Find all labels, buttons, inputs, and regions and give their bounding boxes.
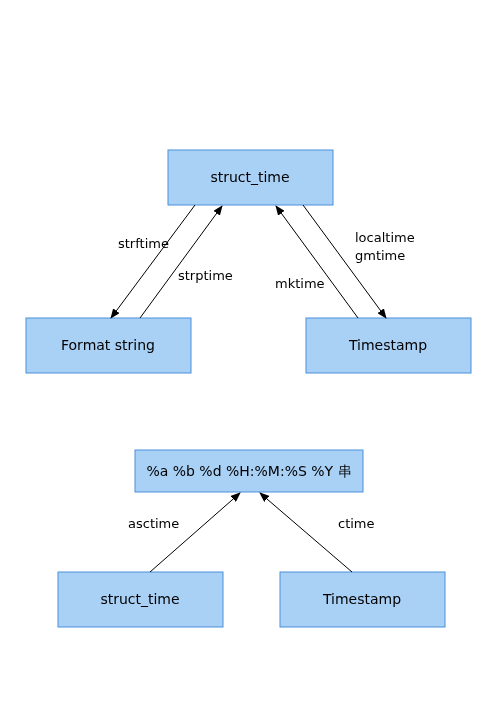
node-format-string: Format string <box>26 318 191 373</box>
edge-mktime <box>276 206 358 318</box>
time-module-diagram: struct_time Format string Timestamp strf… <box>0 0 500 707</box>
node-struct-time-top: struct_time <box>168 150 333 205</box>
node-label: struct_time <box>100 591 179 607</box>
edge-label-asctime: asctime <box>128 516 179 531</box>
node-format-output: %a %b %d %H:%M:%S %Y 串 <box>135 450 363 492</box>
node-label: %a %b %d %H:%M:%S %Y 串 <box>146 463 351 479</box>
edge-label-ctime: ctime <box>338 516 375 531</box>
node-struct-time-bottom: struct_time <box>58 572 223 627</box>
node-timestamp-bottom: Timestamp <box>280 572 445 627</box>
edge-label-strftime: strftime <box>118 236 169 251</box>
node-label: Timestamp <box>348 337 427 353</box>
node-label: Format string <box>61 337 155 353</box>
edge-asctime <box>150 493 240 572</box>
node-timestamp-top: Timestamp <box>306 318 471 373</box>
edge-label-localtime: localtime <box>355 230 415 245</box>
edge-ctime <box>260 493 352 572</box>
edge-label-mktime: mktime <box>275 276 325 291</box>
node-label: Timestamp <box>322 591 401 607</box>
node-label: struct_time <box>210 169 289 185</box>
edge-label-strptime: strptime <box>178 268 233 283</box>
edge-label-gmtime: gmtime <box>355 248 405 263</box>
